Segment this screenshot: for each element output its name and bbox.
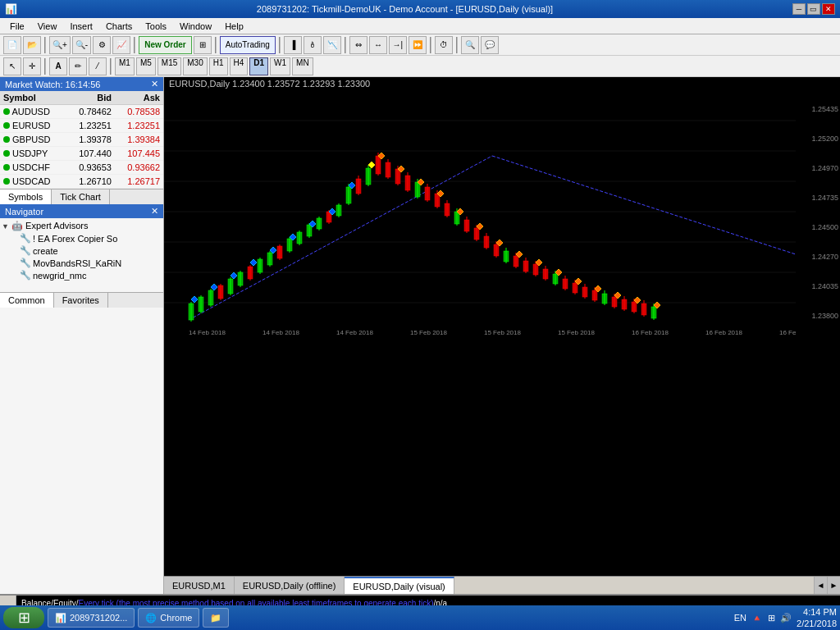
market-watch-title: Market Watch: 16:14:56 (5, 80, 100, 89)
separator-2 (134, 37, 135, 53)
taskbar-app-chrome[interactable]: 🌐 Chrome (138, 608, 199, 628)
mt4-icon: 📊 (55, 613, 66, 623)
timeframe-m30[interactable]: M30 (183, 57, 207, 75)
symbol-cell: AUDUSD (0, 105, 66, 119)
tree-root[interactable]: ▼ 🤖 Expert Advisors (2, 220, 162, 232)
cursor-button[interactable]: ↖ (3, 57, 21, 75)
menu-window[interactable]: Window (173, 20, 218, 33)
timeframe-h1[interactable]: H1 (209, 57, 228, 75)
timeframe-d1[interactable]: D1 (249, 57, 268, 75)
auto-trading-button[interactable]: AutoTrading (220, 36, 276, 54)
timeframe-m5[interactable]: M5 (136, 57, 156, 75)
tab-tick-chart[interactable]: Tick Chart (52, 189, 110, 204)
start-button[interactable]: ⊞ (3, 607, 44, 628)
chrome-label: Chrome (160, 613, 192, 623)
menu-charts[interactable]: Charts (99, 20, 139, 33)
price-label-1: 1.25435 (811, 94, 838, 124)
new-order-button[interactable]: New Order (139, 36, 192, 54)
zoom-fit-button[interactable]: ⇔ (349, 36, 368, 54)
zoom-100-button[interactable]: ↔ (369, 36, 387, 54)
svg-marker-107 (231, 272, 237, 279)
chart-tab-next[interactable]: ► (827, 577, 840, 595)
terminal-button[interactable]: 💬 (481, 36, 499, 54)
close-button[interactable]: ✕ (822, 3, 835, 15)
line-chart-button[interactable]: 📉 (323, 36, 341, 54)
market-watch-close[interactable]: ✕ (151, 79, 158, 89)
timeframe-h4[interactable]: H4 (230, 57, 249, 75)
tree-ea3-label: MovBandsRSI_KaRiN (33, 258, 121, 268)
ask-cell: 1.26717 (115, 175, 163, 189)
candle-chart-button[interactable]: 🕯 (304, 36, 322, 54)
chart-tab-daily-offline[interactable]: EURUSD,Daily (offline) (235, 577, 345, 594)
market-watch-row[interactable]: USDCAD 1.26710 1.26717 (0, 175, 163, 189)
pending-order-button[interactable]: ⊞ (194, 36, 212, 54)
crosshair-button[interactable]: ✛ (23, 57, 41, 75)
ask-cell: 0.93662 (115, 161, 163, 175)
bar-chart-button[interactable]: ▐ (284, 36, 302, 54)
market-watch-row[interactable]: AUDUSD 0.78462 0.78538 (0, 105, 163, 119)
menu-view[interactable]: View (31, 20, 64, 33)
chart-tab-prev[interactable]: ◄ (814, 577, 827, 595)
svg-text:14 Feb 2018: 14 Feb 2018 (262, 329, 299, 336)
open-button[interactable]: 📂 (23, 36, 41, 54)
chart-tab-daily-visual[interactable]: EURUSD,Daily (visual) (345, 577, 454, 594)
zoom-out-button[interactable]: 🔍- (72, 36, 91, 54)
timeframe-mn[interactable]: MN (292, 57, 313, 75)
tab-symbols[interactable]: Symbols (0, 189, 52, 204)
symbol-dot (3, 164, 10, 171)
separator-5 (345, 37, 346, 53)
symbol-cell: GBPUSD (0, 133, 66, 147)
separator-1 (44, 37, 46, 53)
nav-tab-common[interactable]: Common (0, 293, 54, 308)
market-watch-row[interactable]: USDCHF 0.93653 0.93662 (0, 161, 163, 175)
timer-button[interactable]: ⏱ (435, 36, 453, 54)
restore-button[interactable]: ▭ (807, 3, 820, 15)
symbol-dot (3, 150, 10, 157)
menu-file[interactable]: File (3, 20, 31, 33)
search-button[interactable]: 🔍 (461, 36, 479, 54)
chart-tab-m1[interactable]: EURUSD,M1 (164, 577, 235, 594)
menu-help[interactable]: Help (218, 20, 250, 33)
timeframe-m1[interactable]: M1 (115, 57, 135, 75)
timeframe-m15[interactable]: M15 (158, 57, 181, 75)
taskbar-app-mt4[interactable]: 📊 2089731202... (48, 608, 135, 628)
window-controls: ─ ▭ ✕ (792, 3, 835, 15)
nav-tab-favorites[interactable]: Favorites (54, 293, 108, 308)
market-watch-row[interactable]: GBPUSD 1.39378 1.39384 (0, 133, 163, 147)
tree-ea4[interactable]: 🔧 newgrid_nmc (20, 269, 162, 281)
text-button[interactable]: A (49, 57, 67, 75)
properties-button[interactable]: ⚙ (93, 36, 111, 54)
svg-marker-108 (250, 259, 257, 266)
navigator-close[interactable]: ✕ (151, 206, 158, 217)
symbol-dot (3, 122, 10, 129)
market-watch-tabs: Symbols Tick Chart (0, 189, 163, 204)
new-chart-button[interactable]: 📄 (3, 36, 21, 54)
zoom-in-button[interactable]: 🔍+ (49, 36, 71, 54)
svg-line-8 (492, 156, 796, 254)
col-ask: Ask (115, 91, 163, 105)
indicators-button[interactable]: 📈 (112, 36, 130, 54)
tree-ea3[interactable]: 🔧 MovBandsRSI_KaRiN (20, 257, 162, 269)
tree-ea2[interactable]: 🔧 create (20, 244, 162, 257)
symbol-cell: USDJPY (0, 147, 66, 161)
timeframe-w1[interactable]: W1 (270, 57, 290, 75)
draw-button[interactable]: ✏ (69, 57, 87, 75)
minimize-button[interactable]: ─ (792, 3, 806, 15)
separator-t2 (110, 58, 112, 75)
title-bar: 📊 2089731202: Tickmill-DemoUK - Demo Acc… (0, 0, 840, 18)
menu-tools[interactable]: Tools (139, 20, 173, 33)
market-watch-row[interactable]: USDJPY 107.440 107.445 (0, 147, 163, 161)
chart-canvas[interactable]: 1.25435 1.25200 1.24970 1.24735 1.24500 … (164, 90, 840, 576)
ea-icon-4: 🔧 (20, 270, 31, 281)
line-draw-button[interactable]: ⁄ (89, 57, 107, 75)
market-watch-table: Symbol Bid Ask AUDUSD 0.78462 0.78538 EU… (0, 91, 163, 189)
menu-insert[interactable]: Insert (63, 20, 99, 33)
scroll-end-button[interactable]: ⏩ (409, 36, 427, 54)
candle-group-rising (189, 153, 660, 322)
network-icon: 🔺 (751, 613, 763, 623)
taskbar-app-other[interactable]: 📁 (203, 608, 229, 628)
shift-button[interactable]: →| (389, 36, 407, 54)
tree-ea1[interactable]: 🔧 ! EA Forex Copier So (20, 232, 162, 244)
market-watch-row[interactable]: EURUSD 1.23251 1.23251 (0, 119, 163, 133)
chart-header: EURUSD,Daily 1.23400 1.23572 1.23293 1.2… (164, 77, 840, 90)
